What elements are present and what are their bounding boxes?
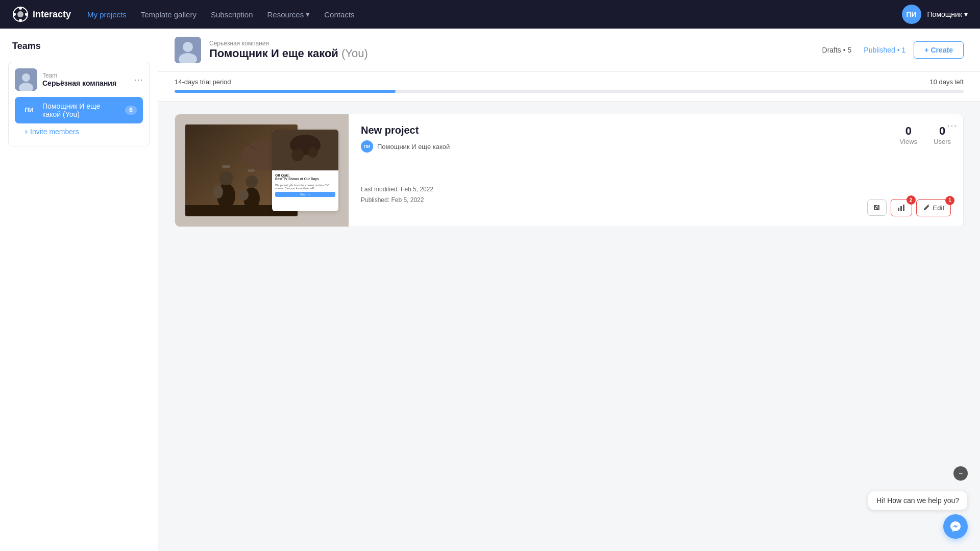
trial-progress-bar: [175, 90, 964, 93]
trial-progress-fill: [175, 90, 396, 93]
stats-button[interactable]: 2: [891, 199, 912, 216]
card-stats: 0 Views 0 Users: [900, 124, 951, 145]
project-title: Помощник И еще какой (You): [209, 47, 814, 60]
svg-point-2: [19, 7, 22, 10]
svg-point-23: [239, 189, 249, 201]
svg-rect-18: [222, 165, 230, 168]
nav-resources[interactable]: Resources ▾: [267, 10, 310, 19]
stats-icon: [897, 204, 905, 212]
svg-rect-29: [898, 208, 899, 211]
user-menu: ПИ Помощник ▾: [902, 5, 968, 24]
svg-point-10: [183, 42, 193, 52]
project-header: Серьёзная компания Помощник И еще какой …: [158, 29, 980, 72]
team-label: Team: [42, 72, 129, 79]
card-actions: 2 Edit 1: [867, 199, 951, 216]
trial-days-left: 10 days left: [930, 78, 964, 86]
trial-label: 14-days trial period: [175, 78, 231, 86]
project-meta: Серьёзная компания Помощник И еще какой …: [209, 40, 814, 60]
card-more-button[interactable]: ⋯: [947, 120, 957, 131]
svg-rect-21: [248, 169, 255, 172]
nav-links: My projects Template gallery Subscriptio…: [87, 10, 885, 19]
trial-header: 14-days trial period 10 days left: [175, 78, 964, 86]
chat-close-button[interactable]: −: [953, 466, 968, 481]
edit-button[interactable]: Edit 1: [916, 199, 951, 216]
project-card: Gif Quiz. Best TV Shows of Our Days We p…: [175, 114, 964, 227]
trial-bar: 14-days trial period 10 days left: [158, 72, 980, 102]
stats-badge: 2: [906, 195, 916, 205]
team-more-button[interactable]: ⋯: [134, 74, 143, 85]
views-count: 0: [900, 124, 917, 138]
nav-my-projects[interactable]: My projects: [87, 10, 127, 19]
you-label: (You): [341, 47, 368, 60]
main-wrapper: Teams Team Серьёзная компания ⋯ ПИ: [0, 29, 980, 551]
drafts-stat: Drafts • 5: [822, 46, 852, 54]
content-area: Серьёзная компания Помощник И еще какой …: [158, 29, 980, 551]
brand-name: interacty: [33, 9, 71, 20]
views-label: Views: [900, 138, 917, 145]
messenger-icon: [949, 520, 962, 533]
team-info: Team Серьёзная компания: [42, 72, 129, 87]
thumbnail-secondary-img: [272, 130, 338, 170]
workspace-item[interactable]: ПИ Помощник И еще какой (You) 6: [15, 97, 143, 123]
nav-contacts[interactable]: Contacts: [324, 10, 354, 19]
thumbnail-quiz-body: We picked gifs from the coolest modern T…: [272, 184, 338, 190]
thumbnail-quiz-title: Gif Quiz. Best TV Shows of Our Days: [272, 170, 338, 184]
chat-bubble: Hi! How can we help you?: [868, 491, 968, 510]
svg-rect-31: [903, 205, 904, 211]
brand-logo[interactable]: interacty: [12, 6, 71, 22]
secondary-image: [272, 130, 338, 170]
project-workspace-avatar: [175, 37, 201, 63]
project-stats: Drafts • 5 Published • 1: [822, 46, 906, 54]
invite-members-link[interactable]: + Invite members: [15, 123, 143, 140]
svg-point-28: [308, 147, 318, 158]
open-button[interactable]: [867, 199, 887, 216]
thumbnail-start-btn: Start →: [275, 192, 335, 197]
svg-point-17: [219, 171, 233, 185]
svg-point-5: [25, 13, 28, 16]
sidebar: Teams Team Серьёзная компания ⋯ ПИ: [0, 29, 158, 551]
svg-point-20: [246, 176, 258, 188]
nav-subscription[interactable]: Subscription: [211, 10, 253, 19]
avatar: ПИ: [902, 5, 921, 24]
svg-point-4: [13, 13, 16, 16]
logo-icon: [12, 6, 29, 22]
published-stat[interactable]: Published • 1: [864, 46, 905, 54]
workspace-avatar: ПИ: [21, 102, 37, 118]
team-avatar: [15, 68, 37, 91]
team-header: Team Серьёзная компания ⋯: [15, 68, 143, 91]
card-title: New project: [361, 124, 450, 136]
chat-open-button[interactable]: [943, 514, 968, 539]
workspace-name: Помощник И еще какой (You): [42, 102, 120, 118]
user-name-button[interactable]: Помощник ▾: [927, 10, 968, 18]
nav-template-gallery[interactable]: Template gallery: [141, 10, 197, 19]
project-company: Серьёзная компания: [209, 40, 814, 47]
card-dates: Last modified: Feb 5, 2022 Published: Fe…: [361, 184, 433, 206]
svg-point-1: [17, 11, 23, 17]
card-author: ПИ Помощник И еще какой: [361, 140, 450, 153]
projects-area: Gif Quiz. Best TV Shows of Our Days We p…: [158, 102, 980, 239]
thumbnail-quiz-subtitle: Best TV Shows of Our Days: [275, 177, 319, 181]
svg-rect-30: [900, 206, 902, 211]
project-thumbnail: Gif Quiz. Best TV Shows of Our Days We p…: [175, 114, 349, 227]
project-workspace-icon: [175, 37, 201, 63]
svg-point-3: [19, 19, 22, 22]
create-button[interactable]: + Create: [914, 41, 964, 59]
svg-point-27: [291, 149, 304, 161]
team-card: Team Серьёзная компания ⋯ ПИ Помощник И …: [8, 62, 150, 146]
team-avatar-icon: [15, 68, 37, 91]
external-link-icon: [873, 204, 881, 212]
views-stat: 0 Views: [900, 124, 917, 145]
edit-icon: [923, 204, 930, 211]
card-body: New project ПИ Помощник И еще какой 0 Vi…: [349, 114, 963, 227]
chevron-down-icon: ▾: [306, 10, 310, 19]
team-name: Серьёзная компания: [42, 79, 129, 87]
chat-widget: − Hi! How can we help you?: [868, 487, 968, 539]
users-label: Users: [934, 138, 951, 145]
edit-badge: 1: [945, 196, 954, 205]
navbar: interacty My projects Template gallery S…: [0, 0, 980, 29]
workspace-count: 6: [125, 106, 137, 115]
sidebar-title: Teams: [8, 41, 150, 52]
user-dropdown-chevron: ▾: [964, 10, 968, 18]
svg-point-7: [22, 73, 30, 82]
author-avatar: ПИ: [361, 140, 373, 153]
